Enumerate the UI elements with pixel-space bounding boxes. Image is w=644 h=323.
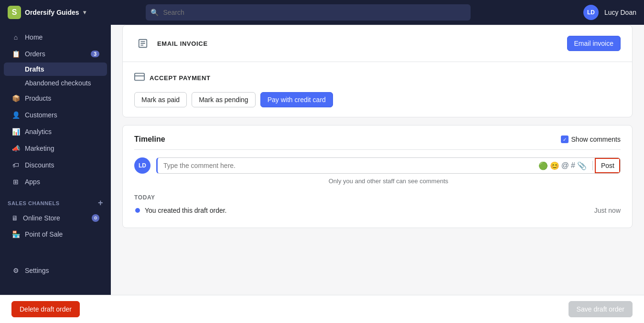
main-content: EMAIL INVOICE Email invoice ACCEPT PAYME… [111,25,644,295]
sidebar-item-label: Orders [25,50,45,58]
sidebar-item-point-of-sale[interactable]: 🏪 Point of Sale [4,226,107,242]
mention-icon[interactable]: @ [561,161,569,170]
sidebar-item-apps[interactable]: ⊞ Apps [4,174,107,190]
timeline-event-time: Just now [594,207,621,214]
timeline-header: Timeline ✓ Show comments [134,135,621,150]
email-invoice-label: EMAIL INVOICE [157,40,208,47]
bottom-bar: Delete draft order Save draft order [0,295,644,323]
mark-as-pending-button[interactable]: Mark as pending [192,92,256,107]
svg-rect-4 [135,73,144,81]
timeline-event-text: You created this draft order. [145,207,590,214]
sidebar-item-products[interactable]: 📦 Products [4,90,107,106]
sidebar-item-label: Online Store [23,214,60,222]
sidebar-item-discounts[interactable]: 🏷 Discounts [4,157,107,173]
comment-hint: Only you and other staff can see comment… [156,177,621,185]
search-input[interactable] [146,4,471,21]
sidebar-item-label: Home [25,33,43,41]
timeline-section: Timeline ✓ Show comments LD 🟢 😊 @ [123,125,632,228]
home-icon: ⌂ [11,33,20,42]
tool-divider [592,161,593,170]
timeline-dot [135,208,140,213]
timeline-title: Timeline [134,135,165,144]
hashtag-icon[interactable]: # [571,161,575,170]
sidebar-item-home[interactable]: ⌂ Home [4,29,107,45]
credit-card-icon [134,72,145,84]
accept-payment-title: ACCEPT PAYMENT [134,72,621,84]
customers-icon: 👤 [11,111,20,119]
sidebar-item-orders[interactable]: 📋 Orders 3 [4,46,107,62]
products-icon: 📦 [11,94,20,103]
sidebar-item-label: Analytics [25,128,52,135]
show-comments-label: Show comments [571,135,621,143]
shopify-icon: S [8,6,21,19]
sidebar-item-label: Settings [25,267,49,274]
add-sales-channel-button[interactable]: + [98,198,103,208]
email-invoice-action: Email invoice [567,36,621,51]
sidebar-item-analytics[interactable]: 📊 Analytics [4,124,107,140]
sidebar-item-label: Point of Sale [25,230,63,238]
pos-icon: 🏪 [11,230,20,239]
sidebar-item-customers[interactable]: 👤 Customers [4,107,107,123]
sidebar-sub-label: Abandoned checkouts [25,79,91,87]
comment-input-wrapper: 🟢 😊 @ # 📎 Post [156,157,621,174]
avatar[interactable]: LD [583,5,599,20]
analytics-icon: 📊 [11,127,20,136]
comment-tools: 🟢 😊 @ # 📎 [535,161,590,170]
email-invoice-card: EMAIL INVOICE Email invoice ACCEPT PAYME… [122,25,633,117]
show-comments-checkbox: ✓ [561,135,569,143]
mark-as-paid-button[interactable]: Mark as paid [134,92,187,107]
email-invoice-button[interactable]: Email invoice [567,36,621,51]
brand-name: Ordersify Guides [25,9,79,16]
sidebar-item-label: Discounts [25,161,54,169]
delete-draft-button[interactable]: Delete draft order [11,301,80,317]
sidebar: ⌂ Home 📋 Orders 3 Drafts Abandoned check… [0,25,111,295]
sidebar-item-online-store[interactable]: 🖥 Online Store ⚙ [4,210,107,226]
sidebar-sub-label: Drafts [25,65,44,73]
user-name: Lucy Doan [604,9,636,16]
invoice-icon [134,35,151,52]
sidebar-item-label: Products [25,94,51,102]
show-comments-toggle[interactable]: ✓ Show comments [561,135,621,143]
sidebar-item-settings[interactable]: ⚙ Settings [4,262,107,279]
apps-icon: ⊞ [11,177,20,186]
save-draft-button[interactable]: Save draft order [569,301,633,317]
sidebar-item-label: Customers [25,111,57,119]
chevron-down-icon: ▾ [83,9,86,16]
sidebar-item-drafts[interactable]: Drafts [4,63,107,76]
sidebar-item-label: Marketing [25,145,54,152]
timeline-card: Timeline ✓ Show comments LD 🟢 😊 @ [122,125,633,228]
nav-right: LD Lucy Doan [583,5,636,20]
emoji-icon[interactable]: 😊 [550,161,559,170]
store-icon: 🖥 [11,214,18,222]
attachment-icon[interactable]: 📎 [577,161,587,170]
orders-badge: 3 [91,51,99,57]
accept-payment-section: ACCEPT PAYMENT Mark as paid Mark as pend… [123,62,632,117]
sales-channels-section: SALES CHANNELS + [0,190,111,210]
timeline-event: You created this draft order. Just now [134,207,621,214]
search-icon: 🔍 [150,9,159,16]
comment-input[interactable] [158,158,535,173]
top-navigation: S Ordersify Guides ▾ 🔍 LD Lucy Doan [0,0,644,25]
comment-avatar: LD [134,157,150,174]
discounts-icon: 🏷 [11,161,20,169]
email-invoice-row: EMAIL INVOICE Email invoice [123,25,632,62]
orders-icon: 📋 [11,50,20,58]
pay-with-credit-card-button[interactable]: Pay with credit card [260,92,333,107]
brand-logo[interactable]: S Ordersify Guides ▾ [8,6,86,19]
sidebar-item-abandoned[interactable]: Abandoned checkouts [4,76,107,90]
sidebar-item-marketing[interactable]: 📣 Marketing [4,140,107,156]
settings-icon: ⚙ [11,266,20,275]
sidebar-item-label: Apps [25,178,40,186]
emoji-green-icon[interactable]: 🟢 [538,161,548,170]
comment-input-row: LD 🟢 😊 @ # 📎 Post [134,157,621,174]
search-bar: 🔍 [146,4,471,21]
marketing-icon: 📣 [11,144,20,153]
payment-buttons: Mark as paid Mark as pending Pay with cr… [134,92,621,107]
post-button[interactable]: Post [595,158,620,173]
online-store-settings-icon: ⚙ [92,214,99,222]
timeline-day-label: TODAY [134,194,621,201]
